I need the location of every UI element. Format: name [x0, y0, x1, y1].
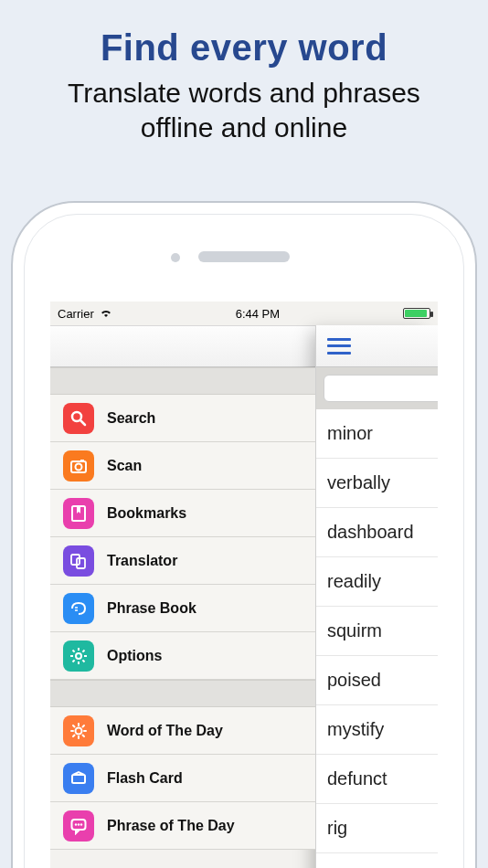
- phrase-icon: [63, 593, 94, 624]
- gear-icon: [63, 640, 94, 672]
- clock: 6:44 PM: [236, 307, 280, 321]
- app-screen: Carrier 6:44 PM: [50, 302, 438, 868]
- translator-icon: [63, 545, 94, 577]
- svg-point-8: [76, 653, 81, 659]
- menu-item-label: Phrase Book: [107, 600, 196, 617]
- svg-line-24: [73, 735, 75, 736]
- svg-point-30: [80, 823, 82, 825]
- svg-point-29: [78, 823, 80, 825]
- hero-title: Find every word: [0, 27, 488, 69]
- menu-item-bookmarks[interactable]: Bookmarks: [50, 490, 315, 537]
- menu-item-label: Bookmarks: [107, 505, 186, 522]
- word-list: minorverballydashboardreadilysquirmpoise…: [316, 409, 438, 853]
- wifi-icon: [100, 307, 112, 321]
- side-menu: SearchScanBookmarksTranslatorPhrase Book…: [50, 367, 315, 850]
- section-gap: [50, 680, 315, 707]
- svg-line-13: [73, 650, 75, 651]
- menu-icon[interactable]: [327, 338, 351, 355]
- word-item[interactable]: dashboard: [316, 508, 438, 557]
- menu-item-label: Scan: [107, 458, 142, 474]
- menu-item-word-of-the-day[interactable]: Word of The Day: [50, 707, 315, 755]
- status-bar: Carrier 6:44 PM: [50, 302, 438, 325]
- menu-item-search[interactable]: Search: [50, 395, 315, 442]
- battery-icon: [403, 308, 430, 319]
- menu-item-flash-card[interactable]: Flash Card: [50, 755, 315, 802]
- search-input[interactable]: [324, 375, 438, 402]
- svg-rect-7: [77, 558, 85, 568]
- word-item[interactable]: squirm: [316, 607, 438, 656]
- menu-item-scan[interactable]: Scan: [50, 442, 315, 490]
- svg-line-14: [82, 660, 84, 662]
- search-icon: [63, 403, 94, 434]
- svg-point-28: [75, 823, 77, 825]
- word-item[interactable]: minor: [316, 409, 438, 459]
- svg-line-23: [83, 735, 85, 736]
- svg-line-15: [73, 660, 75, 662]
- word-item[interactable]: defunct: [316, 755, 438, 804]
- section-gap: [50, 367, 315, 395]
- card-icon: [63, 763, 94, 794]
- menu-item-phrase-of-the-day[interactable]: Phrase of The Day: [50, 802, 315, 850]
- camera-icon: [63, 450, 94, 482]
- word-item[interactable]: mystify: [316, 705, 438, 755]
- carrier-label: Carrier: [58, 307, 94, 321]
- svg-rect-4: [80, 460, 84, 462]
- menu-item-label: Flash Card: [107, 770, 183, 787]
- phone-mockup: Carrier 6:44 PM: [11, 201, 477, 868]
- menu-item-label: Phrase of The Day: [107, 818, 235, 834]
- search-bar: [316, 367, 438, 409]
- menu-item-phrase-book[interactable]: Phrase Book: [50, 585, 315, 632]
- word-item[interactable]: verbally: [316, 459, 438, 508]
- menu-item-label: Translator: [107, 553, 177, 569]
- bookmark-icon: [63, 498, 94, 529]
- chat-icon: [63, 810, 94, 842]
- menu-item-label: Options: [107, 648, 162, 664]
- menu-item-translator[interactable]: Translator: [50, 537, 315, 585]
- right-navbar: [316, 325, 438, 367]
- svg-line-25: [83, 725, 85, 727]
- menu-item-options[interactable]: Options: [50, 632, 315, 680]
- svg-line-1: [80, 420, 85, 425]
- hero-subtitle: Translate words and phrases offline and …: [0, 76, 488, 144]
- svg-rect-26: [72, 775, 85, 783]
- word-item[interactable]: poised: [316, 656, 438, 705]
- svg-line-16: [82, 650, 84, 651]
- phone-speaker: [198, 251, 290, 262]
- phone-camera: [171, 253, 180, 262]
- hero: Find every word Translate words and phra…: [0, 0, 488, 144]
- word-item[interactable]: readily: [316, 557, 438, 607]
- svg-point-3: [76, 463, 82, 470]
- word-item[interactable]: rig: [316, 804, 438, 853]
- svg-line-22: [73, 725, 75, 727]
- menu-item-label: Search: [107, 410, 155, 427]
- sun-icon: [63, 715, 94, 746]
- word-list-panel: minorverballydashboardreadilysquirmpoise…: [315, 325, 438, 868]
- svg-rect-6: [71, 555, 80, 565]
- menu-item-label: Word of The Day: [107, 723, 223, 739]
- svg-point-17: [76, 727, 82, 734]
